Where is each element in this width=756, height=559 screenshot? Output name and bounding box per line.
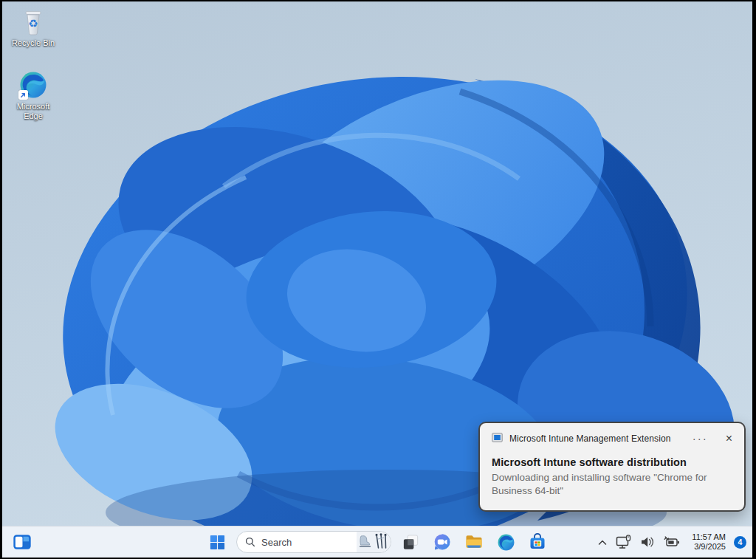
file-explorer-icon <box>464 532 484 552</box>
microsoft-edge-icon <box>18 69 49 100</box>
notification-count-badge[interactable]: 4 <box>734 536 746 549</box>
taskbar: Search <box>2 526 752 558</box>
intune-app-icon <box>492 432 503 445</box>
task-view-button[interactable] <box>398 529 423 555</box>
file-explorer-button[interactable] <box>461 529 487 555</box>
search-highlight-image <box>357 532 391 552</box>
desktop-icon-microsoft-edge[interactable]: Microsoft Edge <box>7 69 60 120</box>
toast-title: Microsoft Intune software distribution <box>492 456 734 468</box>
toast-app-name: Microsoft Intune Management Extension <box>509 433 670 444</box>
display-network-button[interactable] <box>613 531 635 553</box>
tray-time: 11:57 AM <box>692 532 726 542</box>
toast-notification: Microsoft Intune Management Extension ··… <box>478 422 746 512</box>
battery-charging-icon <box>664 535 681 549</box>
display-network-icon <box>616 535 632 549</box>
chat-button[interactable] <box>430 529 455 555</box>
search-box[interactable]: Search <box>236 531 391 553</box>
more-options-icon[interactable]: ··· <box>688 435 712 442</box>
start-button[interactable] <box>205 529 230 555</box>
desktop-icon-label: Recycle Bin <box>12 38 55 48</box>
search-placeholder: Search <box>261 537 357 548</box>
edge-button[interactable] <box>493 529 518 555</box>
close-icon[interactable]: × <box>712 433 734 444</box>
desktop-icon-label: Microsoft Edge <box>10 102 57 120</box>
hidden-icons-button[interactable] <box>594 531 611 553</box>
tray-date: 3/9/2025 <box>692 542 726 552</box>
chevron-up-icon <box>597 538 608 546</box>
desktop-icon-recycle-bin[interactable]: ♻ Recycle Bin <box>7 6 60 48</box>
clock[interactable]: 11:57 AM 3/9/2025 <box>686 532 730 552</box>
task-view-icon <box>402 533 420 552</box>
microsoft-edge-icon <box>497 533 515 552</box>
volume-button[interactable] <box>637 531 659 553</box>
chat-icon <box>433 532 452 552</box>
search-icon <box>245 537 255 547</box>
recycle-bin-icon: ♻ <box>18 6 49 37</box>
battery-button[interactable] <box>661 531 684 553</box>
widgets-icon <box>12 532 32 552</box>
microsoft-store-icon <box>528 532 547 552</box>
desktop: ♻ Recycle Bin Microsoft Edge <box>2 1 752 558</box>
store-button[interactable] <box>525 529 550 555</box>
speaker-icon <box>640 535 656 549</box>
widgets-button[interactable] <box>10 529 35 555</box>
start-icon <box>209 534 226 551</box>
shortcut-arrow-icon <box>18 90 28 100</box>
svg-text:♻: ♻ <box>28 17 38 30</box>
toast-body: Downloading and installing software "Chr… <box>492 471 729 498</box>
